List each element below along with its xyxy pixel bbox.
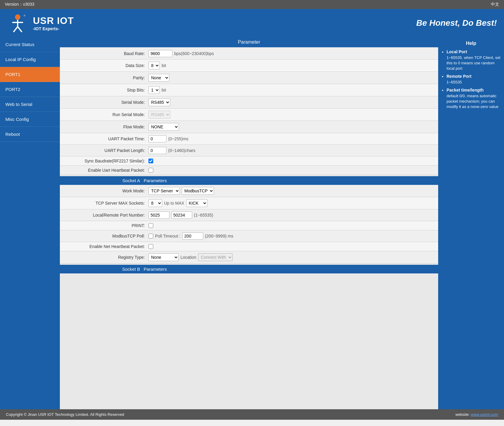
svg-line-3: [13, 27, 18, 32]
flow-mode-select[interactable]: NONERTS/CTSXON/XOFF: [148, 123, 179, 131]
print-checkbox[interactable]: [148, 223, 153, 228]
parity-label: Parity:: [65, 75, 148, 80]
svg-point-0: [15, 14, 20, 20]
uart-packet-time-input[interactable]: [148, 135, 166, 142]
poll-timeout-unit: (200~9999) ms: [205, 234, 233, 238]
help-title: Help: [442, 41, 500, 46]
run-serial-mode-label: Run Serial Mode:: [65, 112, 148, 117]
modbus-poll-checkbox[interactable]: [148, 234, 153, 238]
tcp-server-max-label: TCP Server MAX Sockets:: [65, 201, 148, 206]
local-remote-port-row: Local/Remote Port Number: (1~65535): [60, 209, 438, 221]
help-desc-packet: default 0/0, means automatic packet mech…: [447, 94, 498, 109]
work-mode-select1[interactable]: TCP ServerTCP ClientUDP ServerUDP Client: [148, 187, 180, 195]
serial-mode-row: Serial Mode: RS232RS485RS422: [60, 96, 438, 109]
kick-select[interactable]: KICKNONE: [186, 199, 207, 207]
tcp-server-max-row: TCP Server MAX Sockets: 124816 Up to MAX…: [60, 197, 438, 209]
parity-select[interactable]: NoneOddEvenMarkSpace: [148, 74, 169, 82]
registry-type-select[interactable]: NoneUSR CloudCustom: [148, 253, 179, 261]
data-size-select[interactable]: 5678: [148, 62, 160, 69]
flow-mode-label: Flow Mode:: [65, 124, 148, 129]
help-term-local-port: Local Port: [447, 49, 467, 54]
data-size-unit: bit: [162, 63, 166, 68]
enable-net-heartbeat-row: Enable Net Heartbeat Packet:: [60, 242, 438, 251]
socket-a-params-label: Parameters: [144, 178, 167, 183]
serial-mode-select[interactable]: RS232RS485RS422: [148, 98, 170, 106]
registry-type-value: NoneUSR CloudCustom Location Connect Wit…: [148, 253, 233, 261]
brand-name: USR IOT: [33, 15, 74, 26]
uart-packet-length-input[interactable]: [148, 147, 166, 154]
modbus-poll-row: ModbusTCP Poll: Poll Timeout : (200~9999…: [60, 230, 438, 242]
content-area: Parameter Baud Rate: bps(600~230400)bps …: [60, 37, 438, 409]
version-label: Version：v3033: [5, 2, 34, 7]
uart-packet-length-value: (0~1460)chars: [148, 147, 195, 154]
local-port-input[interactable]: [148, 212, 169, 219]
enable-net-heartbeat-checkbox[interactable]: [148, 244, 153, 249]
uart-packet-length-unit: (0~1460)chars: [168, 148, 195, 153]
enable-uart-heartbeat-checkbox[interactable]: [148, 168, 153, 173]
serial-mode-label: Serial Mode:: [65, 100, 148, 105]
stop-bits-select[interactable]: 12: [148, 86, 160, 94]
sidebar-item-web-to-serial[interactable]: Web to Serial: [0, 97, 60, 112]
up-to-max-label: Up to MAX: [164, 201, 184, 206]
lang-switch[interactable]: 中文: [491, 2, 499, 7]
footer-website-link[interactable]: www.usriot.com: [471, 412, 498, 417]
uart-packet-length-label: UART Packet Length:: [65, 148, 148, 153]
work-mode-row: Work Mode: TCP ServerTCP ClientUDP Serve…: [60, 185, 438, 197]
poll-timeout-input[interactable]: [182, 232, 203, 240]
sidebar-item-port1[interactable]: PORT1: [0, 67, 60, 82]
sync-baudrate-checkbox[interactable]: [148, 159, 153, 163]
data-size-label: Data Size:: [65, 63, 148, 68]
sidebar-item-local-ip-config[interactable]: Local IP Config: [0, 52, 60, 67]
run-serial-mode-select: RS485: [148, 111, 170, 118]
help-panel: Help Local Port 1~65535. when TCP Client…: [438, 37, 504, 409]
stop-bits-unit: bit: [162, 88, 166, 92]
parity-row: Parity: NoneOddEvenMarkSpace: [60, 72, 438, 84]
socket-b-header: Socket B Parameters: [60, 265, 438, 273]
run-serial-mode-row: Run Serial Mode: RS485: [60, 109, 438, 121]
stop-bits-value: 12 bit: [148, 86, 166, 94]
tcp-server-max-value: 124816 Up to MAX KICKNONE: [148, 199, 207, 207]
enable-net-heartbeat-label: Enable Net Heartbeat Packet:: [65, 244, 148, 249]
flow-mode-value: NONERTS/CTSXON/XOFF: [148, 123, 179, 131]
local-remote-port-label: Local/Remote Port Number:: [65, 213, 148, 217]
brand-subtitle: -IOT Experts-: [33, 26, 74, 31]
sidebar: Current Status Local IP Config PORT1 POR…: [0, 37, 60, 409]
uart-packet-time-unit: (0~255)ms: [168, 136, 188, 141]
modbus-poll-label: ModbusTCP Poll:: [65, 234, 148, 238]
work-mode-select2[interactable]: NoneModbusTCPHttpd Client: [182, 187, 214, 195]
sidebar-item-port2[interactable]: PORT2: [0, 82, 60, 97]
help-item-local-port: Local Port 1~65535. when TCP Client, set…: [447, 49, 500, 71]
baud-rate-unit: bps(600~230400)bps: [174, 51, 214, 56]
section-title: Parameter: [60, 37, 438, 47]
tcp-server-max-select[interactable]: 124816: [148, 199, 162, 207]
print-value: [148, 223, 153, 228]
remote-port-input[interactable]: [171, 212, 192, 219]
sync-baudrate-value: [148, 159, 153, 163]
uart-packet-time-row: UART Packet Time: (0~255)ms: [60, 133, 438, 145]
poll-timeout-label: Poll Timeout :: [155, 234, 180, 238]
baud-rate-label: Baud Rate:: [65, 51, 148, 56]
sidebar-item-reboot[interactable]: Reboot: [0, 127, 60, 142]
print-row: PRINT:: [60, 221, 438, 230]
baud-rate-input[interactable]: [148, 50, 172, 57]
socket-b-title: Socket B: [60, 267, 144, 272]
header-left: ® USR IOT -IOT Experts-: [7, 13, 74, 34]
work-mode-label: Work Mode:: [65, 188, 148, 193]
location-select[interactable]: Connect With: [198, 253, 233, 261]
enable-uart-heartbeat-value: [148, 168, 153, 173]
enable-net-heartbeat-value: [148, 244, 153, 249]
enable-uart-heartbeat-label: Enable Uart Heartbeat Packet:: [65, 168, 148, 173]
help-desc-remote-port: 1~65535: [447, 80, 462, 84]
uart-packet-time-value: (0~255)ms: [148, 135, 188, 142]
sidebar-item-current-status[interactable]: Current Status: [0, 37, 60, 52]
uart-packet-length-row: UART Packet Length: (0~1460)chars: [60, 145, 438, 156]
socket-a-header: Socket A Parameters: [60, 176, 438, 185]
parity-value: NoneOddEvenMarkSpace: [148, 74, 169, 82]
sync-baudrate-row: Sync Baudrate(RF2217 Similar):: [60, 156, 438, 166]
sidebar-item-misc-config[interactable]: Misc Config: [0, 112, 60, 127]
socket-a-title: Socket A: [60, 178, 144, 183]
port-unit: (1~65535): [194, 213, 213, 217]
flow-mode-row: Flow Mode: NONERTS/CTSXON/XOFF: [60, 121, 438, 133]
svg-line-4: [18, 27, 22, 32]
enable-uart-heartbeat-row: Enable Uart Heartbeat Packet:: [60, 166, 438, 175]
